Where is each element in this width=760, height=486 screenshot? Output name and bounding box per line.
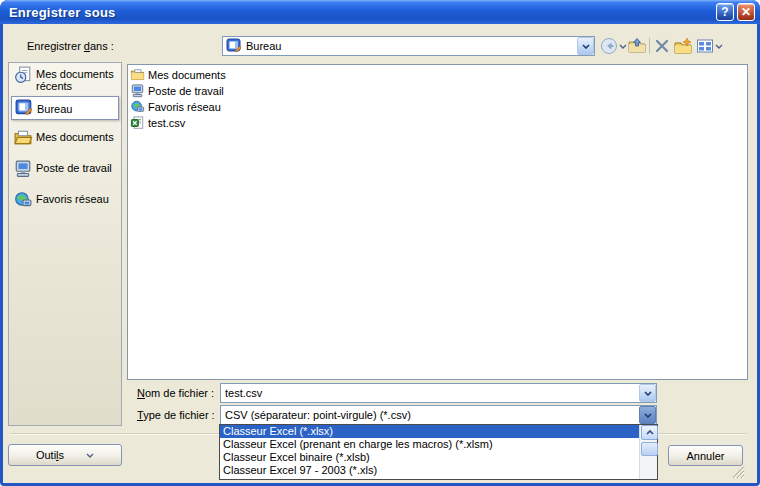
file-name-input[interactable] — [221, 385, 639, 401]
dialog-body: Enregistrer dans : Bureau Mes documents … — [3, 24, 757, 483]
delete-x-icon — [653, 37, 671, 55]
network-places-icon — [130, 100, 145, 114]
delete-button[interactable] — [653, 36, 671, 56]
place-my-documents[interactable]: Mes documents — [13, 129, 114, 147]
file-name-label: Nom de fichier : — [137, 383, 214, 403]
title-bar[interactable]: Enregistrer sous ? ✕ — [0, 0, 760, 24]
my-computer-icon — [130, 84, 145, 98]
resize-grip[interactable] — [729, 464, 745, 479]
desktop-icon — [14, 99, 34, 117]
scrollbar-thumb[interactable] — [641, 442, 658, 456]
file-name-combobox[interactable] — [220, 383, 657, 403]
up-one-level-icon — [628, 37, 646, 55]
save-as-dialog: Enregistrer sous ? ✕ Enregistrer dans : … — [0, 0, 760, 486]
folder-icon — [130, 68, 145, 82]
file-name: Mes documents — [148, 69, 226, 81]
desktop-icon — [226, 38, 242, 54]
close-button[interactable]: ✕ — [737, 3, 755, 21]
place-label: Poste de travail — [36, 160, 112, 174]
views-button[interactable] — [696, 36, 714, 56]
place-recent-documents[interactable]: Mes documents récents — [13, 66, 114, 92]
toolbar-separator — [649, 38, 650, 54]
file-name-dropdown-button[interactable] — [639, 384, 656, 402]
file-name: test.csv — [148, 117, 185, 129]
tools-button[interactable]: Outils — [8, 444, 122, 466]
save-in-combobox[interactable]: Bureau — [222, 36, 595, 56]
place-my-computer[interactable]: Poste de travail — [13, 160, 112, 178]
chevron-down-icon — [644, 391, 652, 396]
back-arrow-icon — [600, 37, 618, 55]
network-places-icon — [13, 191, 33, 209]
file-row-my-documents[interactable]: Mes documents — [130, 67, 747, 83]
save-in-dropdown-button[interactable] — [577, 37, 594, 55]
file-type-dropdown-list[interactable]: Classeur Excel (*.xlsx) Classeur Excel (… — [219, 424, 658, 480]
file-name: Poste de travail — [148, 85, 224, 97]
chevron-down-icon — [619, 44, 627, 49]
file-list[interactable]: Mes documents Poste de travail Favoris r… — [127, 64, 748, 380]
place-label: Mes documents récents — [36, 66, 114, 92]
place-label: Favoris réseau — [36, 191, 109, 205]
new-folder-icon — [674, 37, 692, 55]
dialog-toolbar — [600, 36, 724, 56]
save-in-label: Enregistrer dans : — [27, 36, 114, 56]
file-type-option-xlsb[interactable]: Classeur Excel binaire (*.xlsb) — [220, 451, 640, 464]
chevron-down-icon — [715, 44, 723, 49]
save-in-value: Bureau — [242, 40, 577, 52]
recent-documents-icon — [13, 66, 33, 84]
my-computer-icon — [13, 160, 33, 178]
chevron-up-icon — [646, 430, 654, 435]
places-bar: Mes documents récents Bureau Mes documen… — [8, 62, 122, 426]
place-desktop[interactable]: Bureau — [11, 96, 119, 120]
tools-button-label: Outils — [36, 449, 64, 461]
file-type-label: Type de fichier : — [137, 405, 215, 425]
back-menu-button[interactable] — [618, 36, 628, 56]
excel-csv-icon — [130, 116, 145, 130]
file-row-test-csv[interactable]: test.csv — [130, 115, 747, 131]
up-one-level-button[interactable] — [628, 36, 646, 56]
scrollbar-up-button[interactable] — [641, 425, 658, 440]
views-menu-button[interactable] — [714, 36, 724, 56]
file-row-network[interactable]: Favoris réseau — [130, 99, 747, 115]
place-label: Mes documents — [36, 129, 114, 143]
place-network[interactable]: Favoris réseau — [13, 191, 109, 209]
file-type-option-xlsx[interactable]: Classeur Excel (*.xlsx) — [220, 425, 640, 438]
place-label: Bureau — [37, 101, 72, 115]
file-name: Favoris réseau — [148, 101, 221, 113]
views-icon — [696, 37, 714, 55]
file-type-combobox[interactable]: CSV (séparateur: point-virgule) (*.csv) — [220, 405, 657, 425]
chevron-down-icon — [86, 453, 94, 458]
my-documents-icon — [13, 129, 33, 147]
dropdown-scrollbar[interactable] — [639, 425, 657, 479]
chevron-down-icon — [644, 413, 652, 418]
cancel-button[interactable]: Annuler — [668, 445, 743, 466]
chevron-down-icon — [582, 44, 590, 49]
file-type-dropdown-button[interactable] — [639, 406, 656, 424]
file-row-my-computer[interactable]: Poste de travail — [130, 83, 747, 99]
back-button[interactable] — [600, 36, 618, 56]
help-button[interactable]: ? — [716, 3, 734, 21]
dialog-title: Enregistrer sous — [0, 5, 716, 20]
file-type-option-xlsm[interactable]: Classeur Excel (prenant en charge les ma… — [220, 438, 640, 451]
file-type-value: CSV (séparateur: point-virgule) (*.csv) — [221, 409, 639, 421]
new-folder-button[interactable] — [674, 36, 692, 56]
file-type-option-xls[interactable]: Classeur Excel 97 - 2003 (*.xls) — [220, 464, 640, 477]
